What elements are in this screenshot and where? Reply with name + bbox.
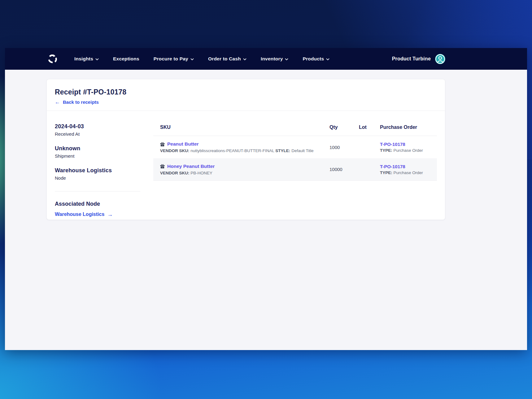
table-header-row: SKU Qty Lot Purchase Order [153,118,437,136]
associated-node-link[interactable]: Warehouse Logistics → [55,212,113,217]
nav-item-products[interactable]: Products [303,56,329,62]
type-value: Purchase Order [394,170,423,175]
receipt-detail-panel: 2024-04-03 Received At Unknown Shipment … [55,118,140,217]
purchase-order-type: TYPE: Purchase Order [380,148,437,153]
purchase-order-link[interactable]: T-PO-10178 [380,142,405,147]
column-header-sku: SKU [153,118,329,136]
nav-item-inventory[interactable]: Inventory [261,56,289,62]
purchase-order-cell: T-PO-10178 TYPE: Purchase Order [380,160,437,179]
received-at-value: 2024-04-03 [55,123,140,130]
chevron-down-icon [326,58,329,60]
vendor-sku-value: nuttyblisscreations-PEANUT-BUTTER-FINAL [190,148,274,153]
sku-cell: Peanut Butter VENDOR SKU: nuttyblisscrea… [153,137,329,157]
sku-link[interactable]: Honey Peanut Butter [167,164,215,169]
column-header-qty: Qty [329,118,359,136]
divider [55,191,140,191]
nav-label: Products [303,56,324,62]
sku-link[interactable]: Peanut Butter [167,141,199,147]
nav-label: Procure to Pay [154,56,188,62]
vendor-sku-value: PB-HONEY [190,171,212,175]
column-header-purchase-order: Purchase Order [380,118,437,136]
chevron-down-icon [243,58,246,60]
purchase-order-type: TYPE: Purchase Order [380,170,437,175]
style-label: STYLE: [275,148,290,153]
nav-label: Exceptions [113,56,139,62]
back-link-label: Back to receipts [63,99,99,105]
arrow-right-icon: → [107,212,113,217]
receipt-card: Receipt #T-PO-10178 ← Back to receipts 2… [46,79,445,220]
nav-label: Order to Cash [208,56,241,62]
column-header-lot: Lot [359,118,380,136]
associated-node-link-label: Warehouse Logistics [55,212,104,217]
line-items-table: SKU Qty Lot Purchase Order [153,118,437,217]
shipment-label: Shipment [55,153,140,159]
gift-icon [160,164,165,169]
sku-meta: VENDOR SKU: nuttyblisscreations-PEANUT-B… [160,148,326,153]
chevron-down-icon [285,58,288,60]
nav-item-procure-to-pay[interactable]: Procure to Pay [154,56,194,62]
qty-cell: 10000 [329,167,359,172]
table-row: Honey Peanut Butter VENDOR SKU: PB-HONEY… [153,158,437,181]
chevron-down-icon [190,58,194,60]
detail-received-at: 2024-04-03 Received At [55,123,140,137]
style-value: Default Title [291,148,313,153]
qty-cell: 1000 [329,145,359,150]
node-label: Node [55,175,140,181]
sku-cell: Honey Peanut Butter VENDOR SKU: PB-HONEY [153,160,329,179]
table-row: Peanut Butter VENDOR SKU: nuttyblisscrea… [153,136,437,158]
app-window: Insights Exceptions Procure to Pay Order… [5,48,527,350]
nav-item-insights[interactable]: Insights [74,56,99,62]
vendor-sku-label: VENDOR SKU: [160,171,190,175]
brand-logo-icon[interactable] [46,53,58,65]
nav-label: Inventory [261,56,283,62]
chevron-down-icon [95,58,99,60]
back-to-receipts-link[interactable]: ← Back to receipts [55,99,99,105]
shipment-value: Unknown [55,145,140,152]
purchase-order-cell: T-PO-10178 TYPE: Purchase Order [380,138,437,157]
receipt-header: Receipt #T-PO-10178 ← Back to receipts [47,79,445,111]
detail-node: Warehouse Logistics Node [55,167,140,181]
vendor-sku-label: VENDOR SKU: [160,148,190,153]
detail-shipment: Unknown Shipment [55,145,140,159]
page-content: Receipt #T-PO-10178 ← Back to receipts 2… [5,70,527,350]
type-label: TYPE: [380,148,392,153]
page-title: Receipt #T-PO-10178 [55,88,437,96]
user-avatar-icon[interactable] [435,54,445,64]
nav-item-order-to-cash[interactable]: Order to Cash [208,56,246,62]
node-value: Warehouse Logistics [55,167,140,174]
sku-meta: VENDOR SKU: PB-HONEY [160,171,326,175]
purchase-order-link[interactable]: T-PO-10178 [380,164,405,169]
nav-item-exceptions[interactable]: Exceptions [113,56,139,62]
received-at-label: Received At [55,131,140,137]
account-name: Product Turbine [392,56,431,62]
type-label: TYPE: [380,170,392,175]
nav-label: Insights [74,56,93,62]
primary-nav: Insights Exceptions Procure to Pay Order… [74,56,329,62]
top-navbar: Insights Exceptions Procure to Pay Order… [5,48,527,70]
arrow-left-icon: ← [55,99,60,105]
associated-node-heading: Associated Node [55,201,140,207]
type-value: Purchase Order [394,148,423,153]
gift-icon [160,142,165,147]
